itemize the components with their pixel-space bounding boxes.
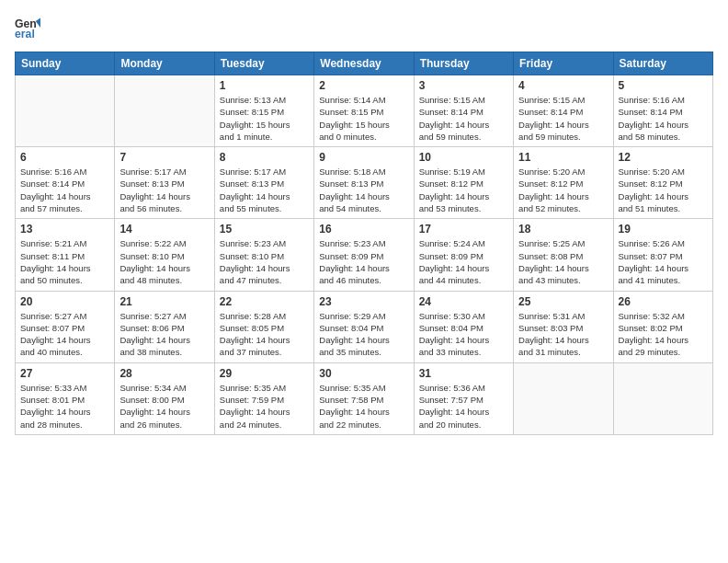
day-info: Sunrise: 5:14 AM Sunset: 8:15 PM Dayligh… (319, 94, 408, 143)
logo-icon: Gen eral (15, 15, 40, 40)
calendar-day-cell: 14Sunrise: 5:22 AM Sunset: 8:10 PM Dayli… (115, 219, 214, 291)
calendar-day-cell (514, 362, 613, 434)
day-of-week-header: Thursday (414, 52, 513, 75)
calendar-day-cell: 31Sunrise: 5:36 AM Sunset: 7:57 PM Dayli… (414, 362, 513, 434)
day-info: Sunrise: 5:30 AM Sunset: 8:04 PM Dayligh… (419, 310, 508, 359)
day-info: Sunrise: 5:22 AM Sunset: 8:10 PM Dayligh… (119, 237, 209, 286)
calendar-week-row: 27Sunrise: 5:33 AM Sunset: 8:01 PM Dayli… (16, 362, 713, 434)
day-number: 26 (619, 295, 708, 308)
day-info: Sunrise: 5:31 AM Sunset: 8:03 PM Dayligh… (518, 310, 608, 359)
calendar-day-cell: 15Sunrise: 5:23 AM Sunset: 8:10 PM Dayli… (214, 219, 313, 291)
calendar-header-row: SundayMondayTuesdayWednesdayThursdayFrid… (16, 52, 713, 75)
day-number: 7 (119, 151, 209, 164)
day-info: Sunrise: 5:34 AM Sunset: 8:00 PM Dayligh… (119, 382, 209, 431)
day-number: 22 (220, 295, 309, 308)
calendar-day-cell: 7Sunrise: 5:17 AM Sunset: 8:13 PM Daylig… (115, 147, 214, 219)
calendar-day-cell (115, 75, 214, 147)
day-number: 15 (220, 223, 309, 236)
day-of-week-header: Wednesday (314, 52, 414, 75)
day-number: 28 (119, 367, 209, 380)
day-of-week-header: Tuesday (214, 52, 313, 75)
day-info: Sunrise: 5:35 AM Sunset: 7:59 PM Dayligh… (220, 382, 309, 431)
day-number: 18 (518, 223, 608, 236)
calendar-day-cell: 1Sunrise: 5:13 AM Sunset: 8:15 PM Daylig… (214, 75, 313, 147)
calendar-day-cell (16, 75, 115, 147)
day-info: Sunrise: 5:27 AM Sunset: 8:07 PM Dayligh… (20, 310, 109, 359)
day-number: 10 (419, 151, 508, 164)
day-of-week-header: Monday (115, 52, 214, 75)
day-info: Sunrise: 5:18 AM Sunset: 8:13 PM Dayligh… (319, 166, 408, 214)
calendar-day-cell: 11Sunrise: 5:20 AM Sunset: 8:12 PM Dayli… (514, 147, 613, 219)
calendar-table: SundayMondayTuesdayWednesdayThursdayFrid… (15, 52, 713, 435)
day-info: Sunrise: 5:15 AM Sunset: 8:14 PM Dayligh… (518, 94, 608, 143)
day-number: 11 (518, 151, 608, 164)
day-info: Sunrise: 5:15 AM Sunset: 8:14 PM Dayligh… (419, 94, 508, 143)
calendar-day-cell: 16Sunrise: 5:23 AM Sunset: 8:09 PM Dayli… (314, 219, 414, 291)
calendar-day-cell: 5Sunrise: 5:16 AM Sunset: 8:14 PM Daylig… (613, 75, 712, 147)
day-number: 16 (319, 223, 408, 236)
day-number: 12 (619, 151, 708, 164)
calendar-day-cell: 22Sunrise: 5:28 AM Sunset: 8:05 PM Dayli… (214, 291, 313, 362)
day-info: Sunrise: 5:35 AM Sunset: 7:58 PM Dayligh… (319, 382, 408, 431)
day-number: 1 (220, 79, 309, 92)
day-info: Sunrise: 5:33 AM Sunset: 8:01 PM Dayligh… (20, 382, 109, 431)
calendar-day-cell: 17Sunrise: 5:24 AM Sunset: 8:09 PM Dayli… (414, 219, 513, 291)
calendar-day-cell: 10Sunrise: 5:19 AM Sunset: 8:12 PM Dayli… (414, 147, 513, 219)
calendar-day-cell: 20Sunrise: 5:27 AM Sunset: 8:07 PM Dayli… (16, 291, 115, 362)
calendar-day-cell: 23Sunrise: 5:29 AM Sunset: 8:04 PM Dayli… (314, 291, 414, 362)
day-info: Sunrise: 5:20 AM Sunset: 8:12 PM Dayligh… (518, 166, 608, 214)
day-info: Sunrise: 5:13 AM Sunset: 8:15 PM Dayligh… (220, 94, 309, 143)
day-info: Sunrise: 5:16 AM Sunset: 8:14 PM Dayligh… (20, 166, 109, 214)
day-number: 8 (220, 151, 309, 164)
day-of-week-header: Sunday (16, 52, 115, 75)
day-info: Sunrise: 5:23 AM Sunset: 8:09 PM Dayligh… (319, 237, 408, 286)
day-info: Sunrise: 5:36 AM Sunset: 7:57 PM Dayligh… (419, 382, 508, 431)
calendar-day-cell: 21Sunrise: 5:27 AM Sunset: 8:06 PM Dayli… (115, 291, 214, 362)
day-of-week-header: Friday (514, 52, 613, 75)
calendar-day-cell: 29Sunrise: 5:35 AM Sunset: 7:59 PM Dayli… (214, 362, 313, 434)
calendar-day-cell: 9Sunrise: 5:18 AM Sunset: 8:13 PM Daylig… (314, 147, 414, 219)
day-number: 24 (419, 295, 508, 308)
calendar-day-cell: 27Sunrise: 5:33 AM Sunset: 8:01 PM Dayli… (16, 362, 115, 434)
day-number: 31 (419, 367, 508, 380)
day-number: 20 (20, 295, 109, 308)
day-number: 5 (619, 79, 708, 92)
day-number: 6 (20, 151, 109, 164)
calendar-day-cell: 8Sunrise: 5:17 AM Sunset: 8:13 PM Daylig… (214, 147, 313, 219)
day-info: Sunrise: 5:25 AM Sunset: 8:08 PM Dayligh… (518, 237, 608, 286)
day-info: Sunrise: 5:23 AM Sunset: 8:10 PM Dayligh… (220, 237, 309, 286)
calendar-week-row: 20Sunrise: 5:27 AM Sunset: 8:07 PM Dayli… (16, 291, 713, 362)
calendar-day-cell: 26Sunrise: 5:32 AM Sunset: 8:02 PM Dayli… (613, 291, 712, 362)
calendar-day-cell: 13Sunrise: 5:21 AM Sunset: 8:11 PM Dayli… (16, 219, 115, 291)
day-info: Sunrise: 5:24 AM Sunset: 8:09 PM Dayligh… (419, 237, 508, 286)
calendar-day-cell: 12Sunrise: 5:20 AM Sunset: 8:12 PM Dayli… (613, 147, 712, 219)
svg-text:eral: eral (15, 28, 35, 40)
day-number: 3 (419, 79, 508, 92)
calendar-day-cell (613, 362, 712, 434)
calendar-week-row: 13Sunrise: 5:21 AM Sunset: 8:11 PM Dayli… (16, 219, 713, 291)
day-number: 21 (119, 295, 209, 308)
day-number: 13 (20, 223, 109, 236)
day-number: 23 (319, 295, 408, 308)
logo: Gen eral (15, 15, 44, 40)
calendar-day-cell: 2Sunrise: 5:14 AM Sunset: 8:15 PM Daylig… (314, 75, 414, 147)
day-info: Sunrise: 5:17 AM Sunset: 8:13 PM Dayligh… (220, 166, 309, 214)
calendar-day-cell: 25Sunrise: 5:31 AM Sunset: 8:03 PM Dayli… (514, 291, 613, 362)
day-number: 29 (220, 367, 309, 380)
calendar-day-cell: 18Sunrise: 5:25 AM Sunset: 8:08 PM Dayli… (514, 219, 613, 291)
day-info: Sunrise: 5:32 AM Sunset: 8:02 PM Dayligh… (619, 310, 708, 359)
calendar-day-cell: 30Sunrise: 5:35 AM Sunset: 7:58 PM Dayli… (314, 362, 414, 434)
calendar-day-cell: 4Sunrise: 5:15 AM Sunset: 8:14 PM Daylig… (514, 75, 613, 147)
day-info: Sunrise: 5:20 AM Sunset: 8:12 PM Dayligh… (619, 166, 708, 214)
day-number: 25 (518, 295, 608, 308)
day-number: 9 (319, 151, 408, 164)
day-number: 2 (319, 79, 408, 92)
calendar-day-cell: 19Sunrise: 5:26 AM Sunset: 8:07 PM Dayli… (613, 219, 712, 291)
page-header: Gen eral (15, 15, 713, 40)
calendar-day-cell: 24Sunrise: 5:30 AM Sunset: 8:04 PM Dayli… (414, 291, 513, 362)
day-number: 4 (518, 79, 608, 92)
day-info: Sunrise: 5:29 AM Sunset: 8:04 PM Dayligh… (319, 310, 408, 359)
day-of-week-header: Saturday (613, 52, 712, 75)
day-info: Sunrise: 5:19 AM Sunset: 8:12 PM Dayligh… (419, 166, 508, 214)
calendar-week-row: 6Sunrise: 5:16 AM Sunset: 8:14 PM Daylig… (16, 147, 713, 219)
